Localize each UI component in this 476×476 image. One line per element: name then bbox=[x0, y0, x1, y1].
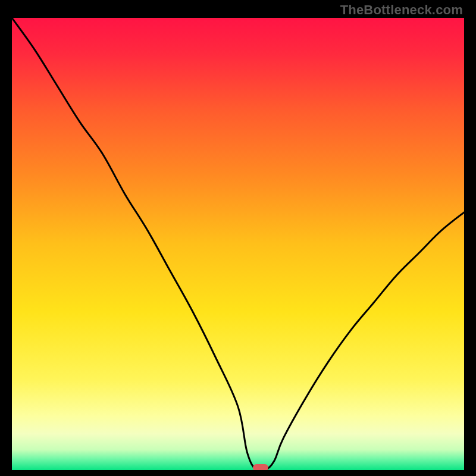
watermark-text: TheBottleneck.com bbox=[340, 2, 463, 18]
optimal-marker bbox=[253, 464, 268, 470]
chart-frame bbox=[12, 18, 464, 470]
gradient-background bbox=[12, 18, 464, 470]
bottleneck-chart bbox=[12, 18, 464, 470]
